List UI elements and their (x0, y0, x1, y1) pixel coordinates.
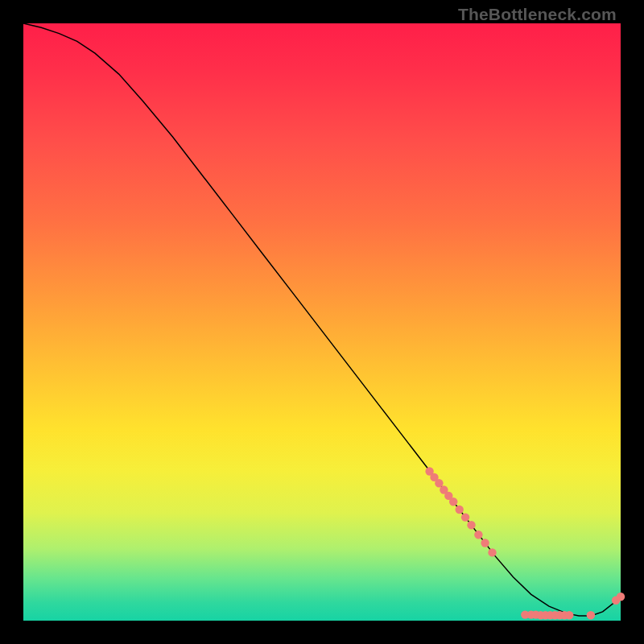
data-dot (617, 592, 625, 601)
data-dot (456, 506, 464, 514)
data-dot (587, 611, 595, 619)
data-dot (565, 611, 573, 619)
chart-svg (23, 23, 621, 621)
data-dot (449, 497, 457, 506)
data-dot (467, 521, 475, 529)
data-dot (461, 513, 469, 521)
watermark-text: TheBottleneck.com (458, 5, 617, 24)
chart-area (23, 23, 621, 621)
data-dot (474, 530, 482, 539)
data-dot (481, 539, 489, 547)
data-dots-group (425, 467, 625, 619)
main-curve (23, 23, 621, 616)
data-dot (488, 548, 496, 556)
